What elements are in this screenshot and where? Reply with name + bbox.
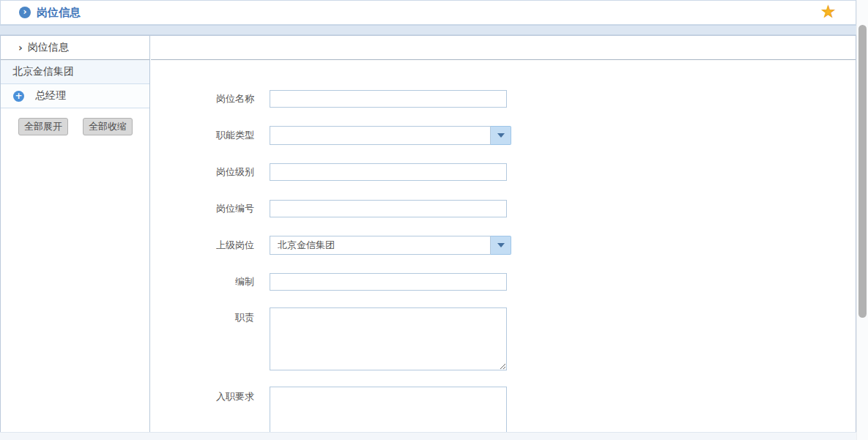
function-type-dropdown-button[interactable] — [491, 126, 511, 145]
superior-position-combobox — [270, 236, 511, 255]
form-row-function-type: 职能类型 — [159, 126, 511, 145]
chevron-right-icon: › — [18, 42, 23, 53]
circle-arrow-right-icon: › — [19, 7, 31, 18]
form-row-headcount: 编制 — [159, 273, 507, 291]
page-header: › 岗位信息 ★ — [0, 0, 856, 25]
page-title: 岗位信息 — [37, 6, 81, 20]
function-type-combobox — [270, 126, 511, 145]
superior-position-label: 上级岗位 — [159, 239, 254, 252]
vertical-scrollbar[interactable] — [856, 0, 868, 440]
headcount-input[interactable] — [270, 273, 507, 291]
function-type-input[interactable] — [270, 126, 491, 145]
tree-header-position-info[interactable]: › 岗位信息 — [1, 36, 149, 60]
scrollbar-thumb[interactable] — [858, 25, 867, 318]
main-panel: › 岗位信息 北京金信集团 + 总经理 全部展开 全部收缩 岗位名称职能类型岗位… — [0, 35, 856, 440]
position-code-label: 岗位编号 — [159, 202, 254, 215]
tree-node-company[interactable]: 北京金信集团 — [1, 60, 149, 84]
form-row-superior-position: 上级岗位 — [159, 236, 511, 255]
entry-requirements-label: 入职要求 — [159, 390, 254, 403]
position-level-label: 岗位级别 — [159, 165, 254, 179]
tree-node-general-manager[interactable]: + 总经理 — [1, 84, 149, 108]
tree-node-label: 总经理 — [35, 89, 66, 102]
superior-position-input[interactable] — [270, 236, 491, 255]
position-form: 岗位名称职能类型岗位级别岗位编号上级岗位编制职责入职要求 — [151, 60, 856, 439]
function-type-label: 职能类型 — [159, 129, 254, 142]
tree-node-label: 北京金信集团 — [12, 65, 74, 78]
collapse-all-button[interactable]: 全部收缩 — [83, 118, 133, 135]
tree-header-label: 岗位信息 — [28, 41, 69, 54]
star-icon[interactable]: ★ — [821, 3, 835, 20]
headcount-label: 编制 — [159, 275, 254, 288]
header-divider-strip — [0, 25, 856, 35]
page: › 岗位信息 ★ › 岗位信息 北京金信集团 + 总经理 全部展开 全部收缩 — [0, 0, 868, 440]
position-name-label: 岗位名称 — [159, 92, 254, 105]
position-code-input[interactable] — [270, 200, 507, 217]
chevron-down-icon — [497, 133, 505, 138]
position-name-input[interactable] — [270, 90, 507, 108]
chevron-down-icon — [497, 243, 505, 247]
form-row-position-code: 岗位编号 — [159, 200, 507, 217]
form-row-responsibilities: 职责 — [159, 307, 507, 373]
sidebar-org-tree: › 岗位信息 北京金信集团 + 总经理 全部展开 全部收缩 — [1, 36, 150, 439]
form-toolbar-strip — [151, 36, 856, 60]
position-level-input[interactable] — [270, 163, 507, 181]
responsibilities-label: 职责 — [159, 311, 254, 324]
form-row-position-name: 岗位名称 — [159, 90, 507, 108]
expand-all-button[interactable]: 全部展开 — [18, 118, 68, 135]
form-row-position-level: 岗位级别 — [159, 163, 507, 181]
page-bottom-edge — [0, 432, 856, 440]
responsibilities-textarea[interactable] — [270, 307, 507, 370]
plus-circle-icon[interactable]: + — [13, 91, 24, 102]
superior-position-dropdown-button[interactable] — [491, 236, 511, 255]
